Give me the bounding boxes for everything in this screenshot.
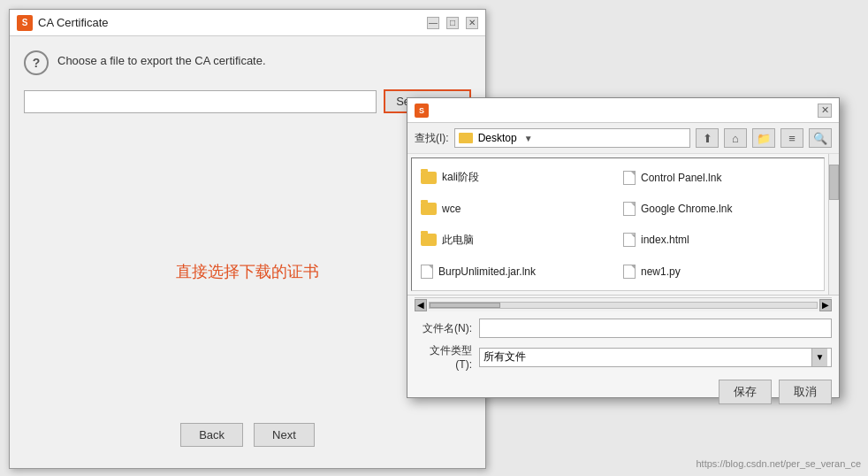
maximize-button[interactable]: □ [446, 17, 459, 29]
dialog-title-left: S [415, 104, 429, 118]
file-icon [421, 265, 433, 279]
vertical-scrollbar[interactable] [828, 154, 839, 295]
new-folder-button[interactable]: 📁 [752, 128, 775, 148]
filetype-value: 所有文件 [483, 349, 526, 365]
ca-app-icon: S [17, 15, 33, 31]
minimize-button[interactable]: — [427, 17, 439, 29]
titlebar-left: S CA Certificate [17, 15, 108, 31]
filename-row: 文件名(N): [415, 319, 832, 338]
ca-titlebar: S CA Certificate — □ ✕ [10, 10, 485, 36]
location-text: Desktop [478, 132, 517, 144]
list-item[interactable]: BurpUnlimited.jar.lnk [415, 256, 618, 287]
scroll-right-button[interactable]: ▶ [819, 299, 832, 311]
home-button[interactable]: ⌂ [724, 128, 747, 148]
dialog-files-area: kali阶段 Control Panel.lnk wce Google Chro… [407, 154, 839, 296]
file-dialog-window: S ✕ 查找(I): Desktop ▼ ⬆ ⌂ 📁 ≡ 🔍 kali阶段 [407, 97, 840, 398]
up-button[interactable]: ⬆ [696, 128, 719, 148]
file-icon [623, 265, 636, 279]
folder-icon [459, 133, 473, 143]
ca-file-input[interactable] [24, 90, 377, 113]
file-name: 此电脑 [442, 233, 474, 248]
dialog-app-icon: S [415, 104, 429, 118]
ca-title: CA Certificate [38, 16, 108, 29]
hint-text: 直接选择下载的证书 [176, 261, 319, 282]
folder-icon [421, 234, 437, 246]
list-item[interactable]: wce [415, 194, 618, 225]
back-button[interactable]: Back [180, 423, 243, 447]
list-item[interactable]: kali阶段 [415, 162, 618, 194]
file-name: Control Panel.lnk [641, 172, 721, 184]
dialog-fields: 文件名(N): 文件类型(T): 所有文件 ▼ [407, 313, 839, 376]
save-button[interactable]: 保存 [719, 380, 772, 404]
file-name: BurpUnlimited.jar.lnk [438, 265, 536, 278]
question-icon: ? [24, 50, 49, 75]
list-view-button[interactable]: ≡ [780, 128, 803, 148]
file-name: index.html [641, 234, 689, 246]
list-item[interactable]: index.html [618, 225, 820, 257]
filename-input[interactable] [479, 319, 832, 338]
watermark: https://blog.csdn.net/per_se_veran_ce [696, 458, 861, 469]
dialog-toolbar: 查找(I): Desktop ▼ ⬆ ⌂ 📁 ≡ 🔍 [407, 123, 839, 154]
folder-icon [421, 172, 437, 184]
close-button[interactable]: ✕ [466, 17, 478, 29]
filetype-select[interactable]: 所有文件 ▼ [479, 348, 832, 367]
scroll-left-button[interactable]: ◀ [415, 299, 427, 311]
horizontal-scrollbar[interactable]: ◀ ▶ [415, 297, 832, 311]
file-name: wce [442, 203, 461, 215]
list-item[interactable]: Control Panel.lnk [618, 162, 820, 194]
cancel-button[interactable]: 取消 [779, 380, 832, 404]
file-icon [623, 171, 636, 185]
look-in-label: 查找(I): [415, 131, 449, 146]
filetype-row: 文件类型(T): 所有文件 ▼ [415, 343, 832, 371]
dialog-actions: 保存 取消 [407, 376, 839, 411]
list-item[interactable]: 此电脑 [415, 225, 618, 257]
dialog-titlebar: S ✕ [407, 98, 839, 123]
filetype-label: 文件类型(T): [415, 343, 472, 371]
next-button[interactable]: Next [254, 423, 315, 447]
file-icon [623, 202, 636, 216]
scroll-thumb[interactable] [430, 303, 500, 308]
file-icon [623, 233, 636, 247]
list-item[interactable]: Google Chrome.lnk [618, 194, 820, 225]
file-name: Google Chrome.lnk [641, 203, 732, 215]
ca-main-area: 直接选择下载的证书 [24, 131, 471, 412]
files-grid: kali阶段 Control Panel.lnk wce Google Chro… [411, 157, 825, 291]
ca-header-row: ? Choose a file to export the CA certifi… [24, 50, 471, 75]
search-button[interactable]: 🔍 [809, 128, 832, 148]
dialog-close-button[interactable]: ✕ [818, 104, 832, 118]
ca-footer: Back Next [24, 412, 471, 454]
scroll-track[interactable] [429, 302, 818, 309]
filetype-dropdown-arrow[interactable]: ▼ [811, 349, 827, 366]
ca-description: Choose a file to export the CA certifica… [57, 50, 266, 67]
file-name: new1.py [641, 265, 681, 278]
location-bar: Desktop ▼ [454, 128, 690, 148]
list-item[interactable]: new1.py [618, 256, 820, 287]
titlebar-controls: — □ ✕ [427, 17, 478, 29]
folder-icon [421, 203, 437, 215]
location-dropdown[interactable]: Desktop ▼ [454, 128, 690, 148]
scrollbar-thumb[interactable] [829, 165, 839, 200]
file-name: kali阶段 [442, 170, 479, 185]
filename-label: 文件名(N): [415, 321, 472, 336]
horizontal-scroll-container: ◀ ▶ [411, 297, 835, 311]
ca-file-row: Select file ... [24, 89, 471, 113]
dropdown-arrow: ▼ [522, 134, 535, 143]
